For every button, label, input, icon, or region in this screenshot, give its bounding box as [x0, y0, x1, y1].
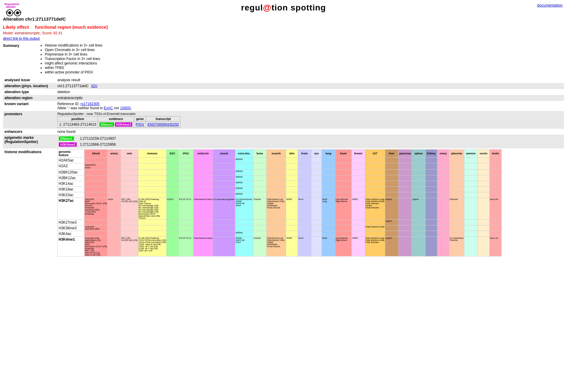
histone-header-row: genomicfeature blood artery vein immune …: [58, 150, 502, 158]
model-name: extratranscriptic: [15, 31, 40, 35]
pigv-link[interactable]: PIGV: [136, 122, 144, 127]
header: Regulation Spotter regul@tion spotting d…: [0, 0, 567, 14]
col-neural: neural: [213, 150, 235, 158]
mark-h3k14ac: H3K14ac IMR90: [58, 181, 502, 187]
summary-item: Open Chromatin in 3+ cell lines: [45, 48, 102, 52]
summary-item: might affect genomic interactions: [45, 61, 102, 65]
mark-label-h3k18ac: H3K18ac: [58, 187, 84, 192]
mark-h2ak5ac: H2AK5ac IMR90: [58, 158, 502, 163]
page-title: regul@tion spotting: [0, 3, 567, 13]
col-bone: bone: [253, 150, 267, 158]
mark-h2az: H2AZ GM12878K562: [58, 163, 502, 170]
mark-label-h3k36me3: H3K36me3: [58, 225, 84, 231]
summary-item: within TFBS: [45, 66, 102, 70]
epigenetic-h3k4me3-badge: H3K4me3: [59, 142, 77, 147]
page-content: Alteration chr1:27113771delC Likely effe…: [0, 16, 567, 257]
summary-item: within active promoter of PIGV: [45, 70, 102, 74]
summary-item: Polymerase in 3+ cell lines: [45, 52, 102, 56]
dnase-badge: DNase1: [99, 122, 114, 127]
promoter-row-1: 1: 27113463-27114013 DNase1 H3K4me3 PIGV…: [58, 122, 181, 128]
analysed-issue-label: analysed issue: [3, 77, 56, 83]
row-alteration-type: alteration type deletion: [3, 89, 564, 95]
epigenetic-table: DNase1 1:27113159-27114937 H3K4me3 1:271…: [57, 136, 117, 147]
col-spleen: spleen: [412, 150, 425, 158]
promoter-table: position evidence gene transcript 1: 271…: [57, 116, 181, 128]
col-lung: lung: [322, 150, 335, 158]
alteration-type-label: alteration type: [3, 89, 56, 95]
enhancers-label: enhancers: [3, 129, 56, 135]
histone-table: genomicfeature blood artery vein immune …: [57, 149, 502, 256]
summary-item: Histone modifications in 3+ cell lines: [45, 43, 102, 47]
analysis-table: analysed issue analysis result alteratio…: [3, 77, 564, 257]
title-at: @: [263, 3, 271, 12]
analysis-result-label: analysis result: [56, 77, 564, 83]
col-brain: brain: [298, 150, 311, 158]
enst-link[interactable]: ENST00000430292: [147, 122, 179, 127]
col-breast: breast: [352, 150, 365, 158]
title-post: tion spotting: [271, 3, 326, 12]
mark-h3k18ac: H3K18ac IMR90: [58, 187, 502, 192]
h3k4me3-badge: H3K4me3: [115, 122, 132, 127]
model-line: Model: extratranscriptic, Score: 92.41: [3, 31, 564, 35]
col-ovary: ovary: [437, 150, 449, 158]
model-label: Model:: [3, 31, 14, 35]
epigenetic-dnase-coords: 1:27113159-27114937: [78, 136, 117, 142]
col-ipsc: iPSC: [179, 150, 193, 158]
mark-h2bk12ac: H2BK12ac IMR90: [58, 175, 502, 181]
mark-label-h2bk120ac: H2BK120ac: [58, 170, 84, 175]
promoter-subtitle: RegulationSpotter - near TSSs of Ensembl…: [57, 112, 563, 116]
promoter-position: 1: 27113463-27114013: [58, 122, 98, 128]
mark-label-h3k4me1: H3K4me1: [58, 237, 84, 256]
epigenetic-h3k4me3-label: H3K4me3: [57, 142, 78, 147]
mark-label-h3k27ac: H3K27ac: [58, 198, 84, 220]
col-kidney: kidney: [425, 150, 437, 158]
mark-label-h3k14ac: H3K14ac: [58, 181, 84, 187]
mark-h2bk120ac: H2BK120ac IMR90: [58, 170, 502, 175]
col-liver: liver: [385, 150, 398, 158]
mark-h3k27me3: H3K27me3: [58, 220, 502, 225]
title-pre: regul: [241, 3, 263, 12]
epigenetic-dnase-label: DNase1: [57, 136, 78, 142]
mark-h3k23ac: H3K23ac IMR90: [58, 192, 502, 198]
epigenetic-h3k4me3-coords: 1:27112668-27115956: [78, 142, 117, 147]
known-variant-value: Reference ID: rs17162305 Allele '-' was …: [56, 101, 564, 111]
epigenetic-row-dnase: DNase1 1:27113159-27114937: [57, 136, 117, 142]
col-conntiss: conn.tiss.: [235, 150, 253, 158]
histone-grid: genomicfeature blood artery vein immune …: [57, 149, 563, 256]
igv-link[interactable]: IGV: [91, 84, 97, 88]
svg-text:Spotter: Spotter: [6, 5, 16, 8]
col-endocrin: endocrin: [193, 150, 213, 158]
rs-link[interactable]: rs17162305: [81, 102, 99, 106]
row-histone: histone modifications genomicfeature blo…: [3, 148, 564, 257]
score-label: Score:: [42, 31, 53, 35]
mark-h3k4me1: H3K4me1 eosinophil (VB)erythroblast (CB)…: [58, 237, 502, 256]
row-alteration-region: alteration region extratranscriptic: [3, 95, 564, 101]
direct-link[interactable]: direct link to this output: [3, 36, 40, 41]
promoter-transcript: ENST00000430292: [146, 122, 180, 128]
col-placenta: placenta: [449, 150, 464, 158]
mark-label-h2ak5ac: H2AK5ac: [58, 158, 84, 163]
exac-link[interactable]: ExAC: [104, 106, 113, 110]
summary-section: Summary Histone modifications in 3+ cell…: [3, 43, 564, 75]
thousandg-link[interactable]: 1000G: [120, 106, 131, 110]
col-vein: vein: [121, 150, 138, 158]
alteration-region-value: extratranscriptic: [56, 95, 564, 101]
col-immune: immune: [138, 150, 166, 158]
row-alteration-location: alteration (phys. location) chr1:2711377…: [3, 83, 564, 89]
col-artery: artery: [107, 150, 121, 158]
svg-point-4: [8, 11, 11, 15]
likely-effect-label: Likely effect: [3, 24, 29, 30]
alteration-region-label: alteration region: [3, 95, 56, 101]
svg-rect-7: [6, 12, 8, 13]
mark-label-h2bk12ac: H2BK12ac: [58, 175, 84, 181]
logo: Regulation Spotter: [3, 1, 27, 19]
promoter-col-gene: gene: [134, 116, 146, 122]
svg-rect-6: [13, 12, 14, 13]
col-skin: skin: [286, 150, 298, 158]
documentation-link[interactable]: documentation: [537, 3, 563, 7]
mark-label-h2az: H2AZ: [58, 163, 84, 170]
promoter-evidence: DNase1 H3K4me3: [98, 122, 134, 128]
col-testis: testis: [489, 150, 501, 158]
promoter-col-transcript: transcript: [146, 116, 180, 122]
row-epigenetic: epigenetic marks(RegulationSpotter) DNas…: [3, 135, 564, 148]
